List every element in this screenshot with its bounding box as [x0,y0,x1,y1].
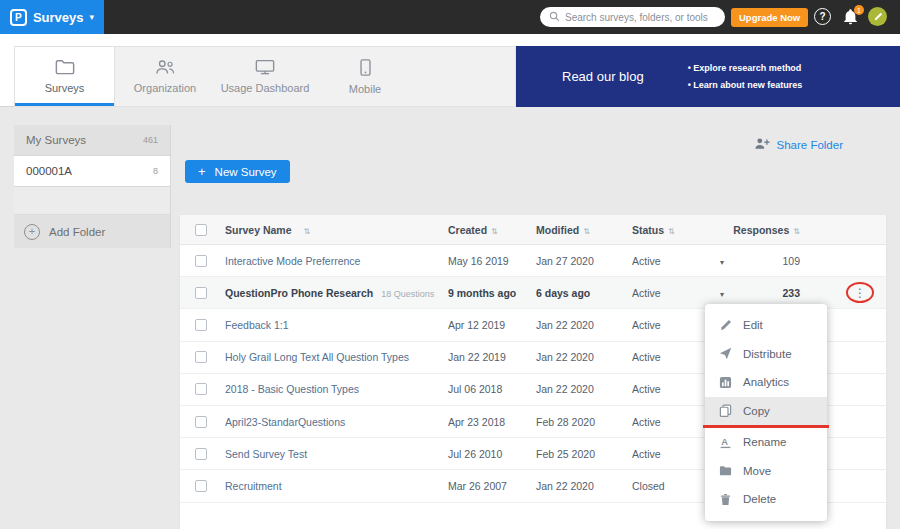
created-cell: 9 months ago [448,287,536,299]
modified-cell: Jan 22 2020 [536,319,632,331]
help-button[interactable]: ? [814,8,831,25]
tab-usage-dashboard[interactable]: Usage Dashboard [215,47,315,106]
add-folder-button[interactable]: Add Folder [14,215,170,248]
status-dropdown-caret[interactable] [720,290,724,299]
add-folder-label: Add Folder [49,226,105,238]
sort-icon[interactable] [487,224,498,236]
folder-icon [55,59,75,77]
tab-label: Organization [134,82,196,94]
survey-name-link[interactable]: Holy Grail Long Text All Question Types [225,351,409,363]
modified-cell: Jan 22 2020 [536,351,632,363]
survey-name-link[interactable]: Recruitment [225,480,282,492]
header-survey-name: Survey Name [225,224,292,236]
survey-name-link[interactable]: April23-StandarQuestions [225,416,345,428]
table-row[interactable]: Interactive Mode Preferrence May 16 2019… [180,245,886,277]
blog-title: Read our blog [562,69,644,84]
created-cell: May 16 2019 [448,255,536,267]
row-checkbox[interactable] [195,351,207,363]
row-checkbox[interactable] [195,255,207,267]
header-modified: Modified [536,224,579,236]
context-menu-item-analytics[interactable]: Analytics [705,368,827,397]
responses-cell: 109 [748,255,800,267]
sort-icon[interactable] [664,224,675,236]
rename-icon: A [719,436,733,449]
row-checkbox[interactable] [195,383,207,395]
created-cell: Jul 06 2018 [448,383,536,395]
quick-edit-button[interactable] [868,7,887,26]
tab-label: Mobile [349,83,381,95]
pencil-icon [719,319,733,332]
row-checkbox[interactable] [195,416,207,428]
share-folder-button[interactable]: Share Folder [754,137,843,152]
tab-label: Usage Dashboard [221,82,310,94]
global-search[interactable] [540,7,725,27]
select-all-checkbox[interactable] [195,224,207,236]
survey-name-link[interactable]: Send Survey Test [225,448,307,460]
folder-label: My Surveys [26,134,86,146]
header-created: Created [448,224,487,236]
header-status: Status [632,224,664,236]
svg-text:A: A [721,437,728,447]
person-add-icon [754,137,770,152]
tab-organization[interactable]: Organization [115,47,215,106]
row-checkbox[interactable] [195,448,207,460]
send-icon [719,347,733,360]
folder-count: 461 [143,135,158,145]
modified-cell: Jan 22 2020 [536,383,632,395]
row-checkbox[interactable] [195,287,207,299]
created-cell: Mar 26 2007 [448,480,536,492]
status-cell: Active [632,255,720,267]
context-menu-item-rename[interactable]: A Rename [705,428,827,457]
created-cell: Apr 12 2019 [448,319,536,331]
question-count-label: 18 Questions [381,289,434,299]
sort-icon[interactable] [789,224,800,236]
sort-icon[interactable] [579,224,590,236]
context-menu-item-delete[interactable]: Delete [705,485,827,514]
sort-icon[interactable] [300,224,311,236]
row-checkbox[interactable] [195,480,207,492]
blog-bullets: Explore research method Learn about new … [688,63,803,90]
status-dropdown-caret[interactable] [720,258,724,267]
responses-cell: 233 [748,287,800,299]
context-menu-item-copy[interactable]: Copy [705,397,827,426]
more-actions-button[interactable] [854,286,866,300]
surveys-dashboard: P Surveys Upgrade Now ? 1 Surveys Organi [0,0,900,529]
sidebar-item-folder-000001A[interactable]: 000001A 8 [14,156,170,187]
survey-name-link[interactable]: Interactive Mode Preferrence [225,255,360,267]
plus-circle-icon [24,224,40,240]
modified-cell: Feb 25 2020 [536,448,632,460]
chart-icon [719,376,733,389]
share-folder-label: Share Folder [777,139,843,151]
pencil-icon [873,8,883,26]
blog-bullet: Explore research method [688,63,803,73]
survey-name-link[interactable]: Feedback 1:1 [225,319,289,331]
survey-name-link[interactable]: QuestionPro Phone Research [225,287,373,299]
annotation-ellipse [846,282,874,303]
notifications-button[interactable]: 1 [843,9,859,26]
row-checkbox[interactable] [195,319,207,331]
context-menu-item-move[interactable]: Move [705,457,827,486]
blog-banner[interactable]: Read our blog Explore research method Le… [516,46,900,107]
folder-count: 8 [153,166,158,176]
search-input[interactable] [565,12,716,23]
new-survey-button[interactable]: New Survey [185,160,290,183]
folder-label: 000001A [26,165,72,177]
modified-cell: 6 days ago [536,287,632,299]
dashboard-icon [255,59,275,77]
folders-sidebar: My Surveys 461 000001A 8 Add Folder [14,125,171,248]
notification-badge: 1 [854,5,864,15]
tab-label: Surveys [45,82,85,94]
main-tabs: Surveys Organization Usage Dashboard Mob… [14,46,516,107]
search-icon [549,8,560,26]
upgrade-now-button[interactable]: Upgrade Now [731,8,808,27]
context-menu-item-distribute[interactable]: Distribute [705,340,827,369]
mobile-icon [360,59,371,78]
tab-mobile[interactable]: Mobile [315,47,415,106]
created-cell: Jul 26 2010 [448,448,536,460]
tab-surveys[interactable]: Surveys [15,47,115,106]
survey-name-link[interactable]: 2018 - Basic Question Types [225,383,359,395]
context-menu-item-edit[interactable]: Edit [705,311,827,340]
product-switcher[interactable]: P Surveys [0,0,104,34]
blog-bullet: Learn about new features [688,80,803,90]
sidebar-item-my-surveys[interactable]: My Surveys 461 [14,125,170,156]
